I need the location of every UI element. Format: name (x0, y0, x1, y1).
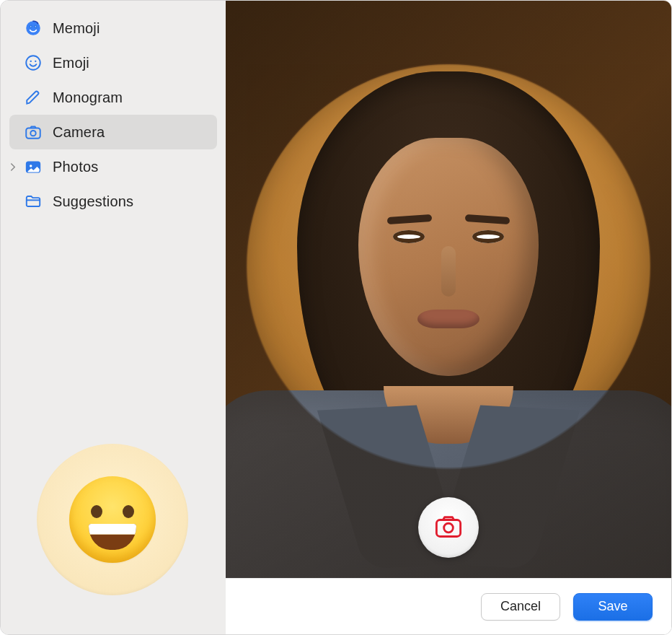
svg-point-10 (30, 165, 32, 167)
save-button[interactable]: Save (573, 593, 653, 621)
cancel-button[interactable]: Cancel (481, 593, 560, 621)
svg-point-12 (444, 523, 454, 533)
svg-point-2 (35, 25, 37, 27)
sidebar-item-emoji[interactable]: Emoji (9, 45, 217, 80)
photos-icon (22, 156, 44, 178)
emoji-smile-icon (22, 52, 44, 74)
svg-point-1 (30, 25, 32, 27)
sidebar-item-memoji[interactable]: Memoji (9, 11, 217, 45)
sidebar-item-monogram[interactable]: Monogram (9, 80, 217, 115)
camera-shutter-icon (435, 515, 462, 540)
sidebar-item-suggestions[interactable]: Suggestions (9, 184, 217, 219)
sidebar-item-label: Suggestions (53, 193, 133, 210)
grinning-face-icon (69, 476, 156, 563)
sidebar-item-camera[interactable]: Camera (9, 115, 217, 149)
sidebar-item-label: Monogram (53, 89, 123, 106)
profile-picture-picker-window: Memoji Emoji (0, 0, 672, 635)
dialog-footer: Cancel Save (226, 578, 671, 634)
source-list: Memoji Emoji (1, 11, 226, 219)
source-sidebar: Memoji Emoji (1, 1, 226, 634)
capture-photo-button[interactable] (418, 497, 479, 558)
chevron-right-icon[interactable] (6, 163, 19, 171)
sidebar-item-label: Photos (53, 159, 98, 175)
main-panel: Cancel Save (226, 1, 671, 634)
svg-point-7 (30, 131, 35, 136)
current-avatar-preview (37, 444, 188, 595)
sidebar-item-label: Camera (53, 124, 105, 141)
folder-icon (22, 190, 44, 212)
sidebar-item-photos[interactable]: Photos (9, 149, 217, 184)
memoji-face-icon (22, 17, 44, 39)
svg-point-3 (26, 56, 40, 70)
pencil-icon (22, 87, 44, 108)
camera-viewport (226, 1, 671, 578)
sidebar-item-label: Memoji (53, 20, 100, 37)
svg-point-5 (35, 61, 36, 62)
svg-rect-6 (26, 128, 40, 139)
camera-icon (22, 121, 44, 143)
sidebar-item-label: Emoji (53, 55, 89, 71)
svg-point-4 (30, 61, 32, 62)
